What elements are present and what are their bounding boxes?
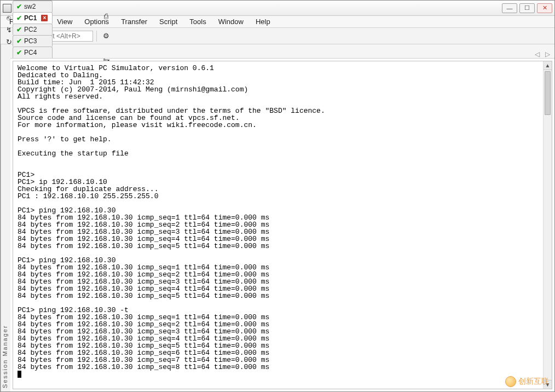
check-icon: ✔ [16,49,22,56]
vertical-scrollbar[interactable]: ▲ ▼ [543,61,552,389]
window-controls: — ☐ ✕ [502,3,552,13]
toolbar-separator [96,31,97,42]
app-icon [3,4,11,13]
tab-label: PC3 [24,37,37,45]
tab-label: PC4 [24,49,37,56]
close-button[interactable]: ✕ [537,3,552,13]
scroll-down-icon[interactable]: ▼ [544,380,552,389]
menu-tools[interactable]: Tools [184,16,211,27]
tab-label: PC1 [24,14,37,22]
scroll-up-icon[interactable]: ▲ [544,61,552,70]
gear-icon[interactable]: ⚙ [100,30,112,42]
tab-label: PC2 [24,26,37,33]
tab-pc4[interactable]: ✔PC4 [13,47,53,58]
minimize-button[interactable]: — [502,3,517,13]
check-icon: ✔ [16,14,22,22]
terminal-pane: Welcome to Virtual PC Simulator, version… [13,61,552,389]
menu-script[interactable]: Script [154,16,183,27]
menu-help[interactable]: Help [250,16,276,27]
tab-prev-icon[interactable]: ◁ [533,50,542,58]
check-icon: ✔ [16,3,22,10]
tab-label: sw2 [24,3,36,10]
session-manager-sidebar[interactable]: Session Manager [1,44,10,391]
tabbar: ✔sw1✔sw2✔PC1×✔PC2✔PC3✔PC4 ◁ ▷ [10,44,554,59]
toolbar: ⎋↯↻✕ ⧉📋Ħ⎙⚙≣🗝?▦ [1,28,554,44]
menu-window[interactable]: Window [213,16,249,27]
menu-transfer[interactable]: Transfer [115,16,153,27]
terminal-cursor [18,371,21,378]
check-icon: ✔ [16,26,22,33]
tab-next-icon[interactable]: ▷ [543,50,552,58]
check-icon: ✔ [16,37,22,45]
tab-sw2[interactable]: ✔sw2 [13,1,53,12]
titlebar: PC1 — ☐ ✕ [1,1,554,16]
print-icon[interactable]: ⎙ [100,10,112,22]
tab-close-icon[interactable]: × [41,15,48,21]
menu-view[interactable]: View [51,16,78,27]
tab-pc1[interactable]: ✔PC1× [13,12,53,24]
maximize-button[interactable]: ☐ [519,3,535,13]
scroll-thumb[interactable] [545,71,551,115]
find-icon[interactable]: Ħ [100,0,112,3]
tab-pc3[interactable]: ✔PC3 [13,35,53,47]
menubar: FileEditViewOptionsTransferScriptToolsWi… [1,16,554,28]
tab-pc2[interactable]: ✔PC2 [13,24,53,35]
terminal-output[interactable]: Welcome to Virtual PC Simulator, version… [13,61,543,389]
